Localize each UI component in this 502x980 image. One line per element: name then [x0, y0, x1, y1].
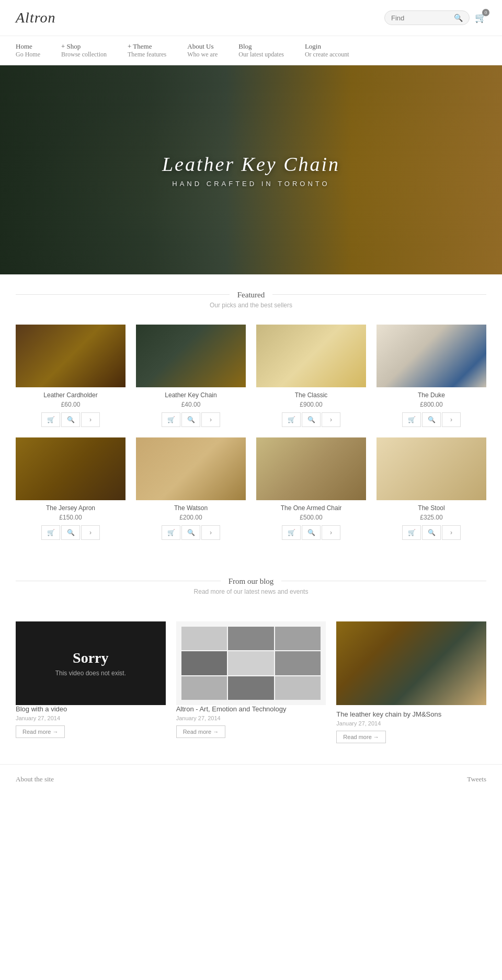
quickview-button[interactable]: 🔍	[181, 412, 200, 427]
nav-login-sub: Or create account	[305, 51, 349, 59]
nav-item-login[interactable]: Login Or create account	[305, 36, 349, 65]
product-image	[256, 437, 366, 500]
hero-section: Leather Key Chain HAND CRAFTED IN TORONT…	[0, 65, 502, 274]
product-card: The Jersey Apron £150.00 🛒 🔍 ›	[16, 437, 126, 540]
product-actions: 🛒 🔍 ›	[376, 412, 486, 427]
view-button[interactable]: ›	[322, 525, 340, 540]
product-image	[16, 325, 126, 387]
footer-tweets[interactable]: Tweets	[467, 775, 486, 783]
product-name: The Jersey Apron	[16, 504, 126, 512]
nav-item-home[interactable]: Home Go Home	[16, 36, 40, 65]
product-image	[376, 325, 486, 387]
nav-item-about[interactable]: About Us Who we are	[187, 36, 218, 65]
header-actions: 🔍 🛒 0	[384, 10, 486, 25]
products-section: Leather Cardholder £60.00 🛒 🔍 › Leather …	[0, 314, 502, 561]
blog-video-placeholder: Sorry This video does not exist.	[16, 621, 166, 705]
nav-login-main: Login	[305, 42, 349, 51]
view-button[interactable]: ›	[201, 525, 220, 540]
featured-title: Featured	[230, 291, 272, 299]
add-to-cart-button[interactable]: 🛒	[402, 412, 421, 427]
gallery-thumb	[181, 651, 227, 675]
add-to-cart-button[interactable]: 🛒	[402, 525, 421, 540]
gallery-thumb	[181, 627, 227, 650]
product-price: £325.00	[376, 514, 486, 521]
hero-text-block: Leather Key Chain HAND CRAFTED IN TORONT…	[162, 153, 340, 188]
nav-about-sub: Who we are	[187, 51, 218, 59]
blog-photo-image	[336, 621, 486, 705]
product-image	[16, 437, 126, 500]
product-actions: 🛒 🔍 ›	[136, 525, 246, 540]
quickview-button[interactable]: 🔍	[61, 412, 80, 427]
nav-blog-sub: Our latest updates	[238, 51, 284, 59]
gallery-thumb	[181, 676, 227, 700]
product-image	[256, 325, 366, 387]
gallery-thumb	[275, 651, 321, 675]
gallery-thumb	[228, 651, 274, 675]
product-card: The Classic £900.00 🛒 🔍 ›	[256, 325, 366, 427]
main-nav: Home Go Home + Shop Browse collection + …	[0, 36, 502, 65]
view-button[interactable]: ›	[442, 412, 461, 427]
product-price: £150.00	[16, 514, 126, 521]
search-box: 🔍	[384, 10, 470, 25]
add-to-cart-button[interactable]: 🛒	[41, 412, 60, 427]
product-actions: 🛒 🔍 ›	[256, 412, 366, 427]
quickview-button[interactable]: 🔍	[422, 525, 441, 540]
blog-grid: Sorry This video does not exist. Blog wi…	[16, 621, 486, 743]
blog-gallery-image	[176, 621, 326, 705]
add-to-cart-button[interactable]: 🛒	[162, 525, 180, 540]
blog-post-date: January 27, 2014	[336, 720, 486, 727]
add-to-cart-button[interactable]: 🛒	[282, 525, 301, 540]
add-to-cart-button[interactable]: 🛒	[41, 525, 60, 540]
product-name: The Watson	[136, 504, 246, 512]
cart-button[interactable]: 🛒 0	[475, 12, 486, 24]
product-actions: 🛒 🔍 ›	[376, 525, 486, 540]
product-price: £60.00	[16, 401, 126, 408]
blog-post-date: January 27, 2014	[176, 715, 326, 721]
read-more-button[interactable]: Read more →	[176, 725, 225, 738]
product-card: The One Armed Chair £500.00 🛒 🔍 ›	[256, 437, 366, 540]
nav-blog-main: Blog	[238, 42, 284, 51]
quickview-button[interactable]: 🔍	[302, 525, 321, 540]
blog-post-title: The leather key chain by JM&Sons	[336, 710, 486, 718]
nav-shop-main: + Shop	[61, 42, 107, 51]
product-card: The Stool £325.00 🛒 🔍 ›	[376, 437, 486, 540]
product-actions: 🛒 🔍 ›	[16, 525, 126, 540]
view-button[interactable]: ›	[81, 412, 100, 427]
view-button[interactable]: ›	[201, 412, 220, 427]
site-header: Altron 🔍 🛒 0	[0, 0, 502, 36]
gallery-thumb	[275, 627, 321, 650]
add-to-cart-button[interactable]: 🛒	[282, 412, 301, 427]
view-button[interactable]: ›	[81, 525, 100, 540]
footer-about[interactable]: About the site	[16, 775, 54, 783]
site-logo[interactable]: Altron	[16, 9, 56, 26]
quickview-button[interactable]: 🔍	[61, 525, 80, 540]
product-actions: 🛒 🔍 ›	[136, 412, 246, 427]
nav-item-theme[interactable]: + Theme Theme features	[128, 36, 166, 65]
read-more-button[interactable]: Read more →	[16, 725, 65, 738]
quickview-button[interactable]: 🔍	[422, 412, 441, 427]
featured-subtitle: Our picks and the best sellers	[0, 302, 502, 309]
nav-item-shop[interactable]: + Shop Browse collection	[61, 36, 107, 65]
product-name: The One Armed Chair	[256, 504, 366, 512]
blog-section: Sorry This video does not exist. Blog wi…	[0, 601, 502, 764]
read-more-button[interactable]: Read more →	[336, 731, 385, 743]
hero-subtitle: HAND CRAFTED IN TORONTO	[162, 180, 340, 188]
add-to-cart-button[interactable]: 🛒	[162, 412, 180, 427]
search-input[interactable]	[391, 14, 454, 22]
search-button[interactable]: 🔍	[454, 14, 463, 22]
product-actions: 🛒 🔍 ›	[256, 525, 366, 540]
view-button[interactable]: ›	[442, 525, 461, 540]
quickview-button[interactable]: 🔍	[181, 525, 200, 540]
nav-home-main: Home	[16, 42, 40, 51]
product-card: The Duke £800.00 🛒 🔍 ›	[376, 325, 486, 427]
products-grid: Leather Cardholder £60.00 🛒 🔍 › Leather …	[16, 325, 486, 540]
nav-item-blog[interactable]: Blog Our latest updates	[238, 36, 284, 65]
product-price: £900.00	[256, 401, 366, 408]
blog-card: Altron - Art, Emotion and Technology Jan…	[176, 621, 326, 743]
hero-title: Leather Key Chain	[162, 153, 340, 176]
quickview-button[interactable]: 🔍	[302, 412, 321, 427]
blog-post-title: Blog with a video	[16, 705, 166, 713]
product-image	[136, 325, 246, 387]
view-button[interactable]: ›	[322, 412, 340, 427]
product-name: Leather Cardholder	[16, 391, 126, 399]
